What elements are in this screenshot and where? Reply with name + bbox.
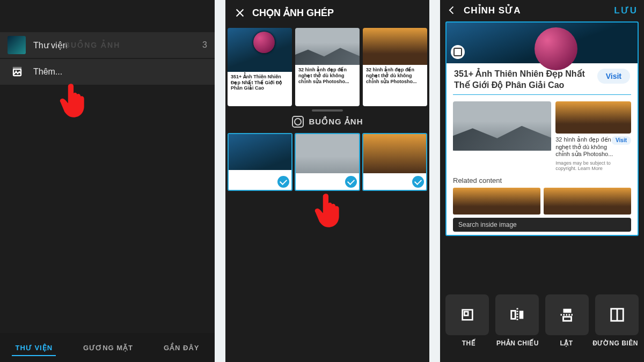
section-header-label: BUỒNG ẢNH <box>309 117 363 127</box>
selected-thumbnails-row <box>225 133 429 191</box>
bottom-tabs: THƯ VIỆN GƯƠNG MẶT GẦN ĐÂY <box>0 333 215 362</box>
copyright-note: Images may be subject to copyright. Lear… <box>555 160 631 171</box>
library-thumbnail-icon <box>8 36 26 54</box>
close-icon[interactable] <box>231 4 249 22</box>
preview-image-1 <box>447 23 638 63</box>
preview-image-2 <box>453 101 551 151</box>
pointer-hand-icon <box>314 190 344 229</box>
pointer-hand-icon <box>59 80 89 119</box>
tab-library[interactable]: THƯ VIỆN <box>12 336 56 359</box>
check-icon <box>345 176 357 188</box>
tool-label-replace: THẾ <box>444 339 493 347</box>
section-header: BUỒNG ẢNH <box>225 116 429 128</box>
search-inside-image[interactable]: Search inside image <box>453 218 631 232</box>
panel-2-header: CHỌN ẢNH GHÉP <box>225 0 429 26</box>
tool-label-border: ĐƯỜNG BIÊN <box>591 339 640 347</box>
svg-rect-5 <box>511 311 515 319</box>
back-icon[interactable] <box>447 5 460 16</box>
source-thumb-3[interactable]: 32 hình ảnh đẹp đến nghẹt thở dù không c… <box>363 28 427 106</box>
edit-title: CHỈNH SỬA <box>464 5 521 16</box>
option-library-label: Thư viện <box>33 40 68 50</box>
preview-heading-row: 351+ Ảnh Thiên Nhiên Đẹp Nhất Thế Giới Đ… <box>447 63 638 94</box>
source-thumb-2[interactable]: 32 hình ảnh đẹp đến nghẹt thở dù không c… <box>295 28 360 106</box>
related-thumb[interactable] <box>453 188 540 215</box>
panel-2-title: CHỌN ẢNH GHÉP <box>252 7 334 19</box>
option-more-label: Thêm... <box>33 67 62 77</box>
preview-caption-2: Visit 32 hình ảnh đẹp đến nghẹt thở dù k… <box>555 136 631 158</box>
selected-thumb-2[interactable] <box>295 133 360 191</box>
panel-1-library-picker: Thư viện BUỒNG ẢNH 3 Thêm... THƯ VIỆN GƯ… <box>0 0 215 362</box>
tool-labels-row: THẾ PHẢN CHIẾU LẬT ĐƯỜNG BIÊN <box>440 335 644 347</box>
edit-toolbar: THẾ PHẢN CHIẾU LẬT ĐƯỜNG BIÊN <box>440 287 644 362</box>
visit-button[interactable]: Visit <box>597 69 630 84</box>
visit-button-small[interactable]: Visit <box>611 136 631 145</box>
option-library[interactable]: Thư viện BUỒNG ẢNH 3 <box>0 32 215 58</box>
source-options-menu: Thư viện BUỒNG ẢNH 3 Thêm... <box>0 32 215 85</box>
library-count: 3 <box>202 40 207 50</box>
gallery-stack-icon <box>8 63 26 81</box>
panel-3-header: CHỈNH SỬA LƯU <box>440 0 644 20</box>
camera-icon <box>292 116 304 128</box>
panel-1-spacer <box>0 0 215 32</box>
option-more[interactable]: Thêm... <box>0 59 215 85</box>
save-button[interactable]: LƯU <box>614 5 638 16</box>
selected-thumb-1[interactable] <box>228 133 292 191</box>
svg-rect-9 <box>563 317 571 321</box>
tool-label-flip: LẬT <box>542 339 591 347</box>
tool-flip[interactable] <box>545 294 589 335</box>
collage-preview[interactable]: 351+ Ảnh Thiên Nhiên Đẹp Nhất Thế Giới Đ… <box>445 21 639 236</box>
collage-source-thumbnails: 351+ Ảnh Thiên Nhiên Đẹp Nhất Thế Giới Đ… <box>225 26 429 106</box>
tool-mirror[interactable] <box>495 294 539 335</box>
preview-image-3 <box>555 101 631 134</box>
tab-recent[interactable]: GẦN ĐÂY <box>160 336 203 359</box>
selected-thumb-3[interactable] <box>362 133 427 191</box>
selection-underline <box>453 94 631 95</box>
preview-heading: 351+ Ảnh Thiên Nhiên Đẹp Nhất Thế Giới Đ… <box>454 69 592 91</box>
related-label: Related content <box>447 174 638 184</box>
source-thumb-1[interactable]: 351+ Ảnh Thiên Nhiên Đẹp Nhất Thế Giới Đ… <box>228 28 292 106</box>
drag-handle-icon[interactable] <box>312 109 343 112</box>
tool-label-mirror: PHẢN CHIẾU <box>493 339 542 347</box>
google-lens-icon <box>451 45 465 59</box>
preview-row-2: Visit 32 hình ảnh đẹp đến nghẹt thở dù k… <box>447 98 638 174</box>
svg-rect-8 <box>563 309 571 313</box>
tool-replace[interactable] <box>445 294 489 335</box>
svg-rect-6 <box>519 311 523 319</box>
svg-rect-3 <box>464 312 468 315</box>
related-thumbs <box>447 184 638 215</box>
panel-2-select-collage: CHỌN ẢNH GHÉP 351+ Ảnh Thiên Nhiên Đẹp N… <box>225 0 429 362</box>
ghost-label: BUỒNG ẢNH <box>64 32 120 58</box>
tab-faces[interactable]: GƯƠNG MẶT <box>80 336 136 359</box>
related-thumb[interactable] <box>544 188 631 215</box>
google-lens-icon <box>537 137 548 147</box>
tool-border[interactable] <box>595 294 639 335</box>
panel-3-edit: CHỈNH SỬA LƯU 351+ Ảnh Thiên Nhiên Đẹp N… <box>440 0 644 362</box>
